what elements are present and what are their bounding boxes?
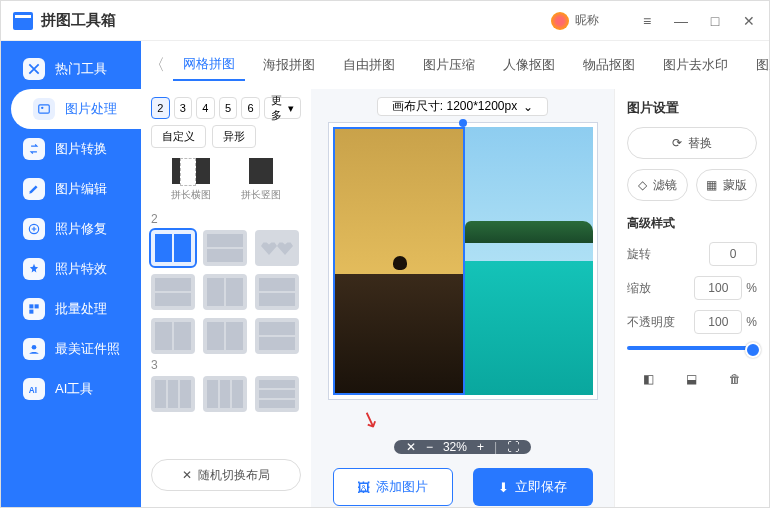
batch-icon [23,298,45,320]
tab-portrait-cutout[interactable]: 人像抠图 [493,50,565,80]
top-tabs: 〈 网格拼图 海报拼图 自由拼图 图片压缩 人像抠图 物品抠图 图片去水印 图片… [141,41,769,89]
flip-vertical-icon[interactable]: ⬓ [681,368,703,390]
stitch-horizontal[interactable]: 拼长横图 [171,158,211,202]
scale-value[interactable]: 100 [694,276,742,300]
sidebar-item-label: 图片转换 [55,140,107,158]
more-label: 更多 [271,93,288,123]
canvas-pane-left[interactable] [333,127,465,395]
layout-item[interactable] [151,376,195,412]
rotate-value[interactable]: 0 [709,242,757,266]
sidebar-item-ai[interactable]: AIAI工具 [1,369,141,409]
canvas-size-selector[interactable]: 画布尺寸: 1200*1200px⌄ [377,97,548,116]
chevron-down-icon: ▾ [288,102,294,115]
layout-hearts[interactable] [255,230,299,266]
sidebar-item-label: 最美证件照 [55,340,120,358]
sidebar-item-label: AI工具 [55,380,93,398]
svg-text:AI: AI [29,386,37,395]
titlebar: 拼图工具箱 昵称 ≡ — □ ✕ [1,1,769,41]
layout-item[interactable] [255,376,299,412]
menu-button[interactable]: ≡ [639,13,655,29]
count-more-button[interactable]: 更多 ▾ [264,97,301,119]
tab-free-collage[interactable]: 自由拼图 [333,50,405,80]
image-settings-title: 图片设置 [627,99,757,117]
collage-canvas[interactable] [333,127,593,395]
chip-custom[interactable]: 自定义 [151,125,206,148]
save-now-button[interactable]: ⬇立即保存 [473,468,593,506]
zoom-toolbar: ✕ − 32% + | ⛶ [394,440,531,454]
opacity-value[interactable]: 100 [694,310,742,334]
layout-item[interactable] [151,318,195,354]
replace-label: 替换 [688,135,712,152]
svg-rect-3 [29,304,33,308]
layout-item[interactable] [255,274,299,310]
filter-icon: ◇ [638,178,647,192]
layout-2h[interactable] [203,230,247,266]
layout-item[interactable] [203,318,247,354]
opacity-label: 不透明度 [627,314,675,331]
tab-grid-collage[interactable]: 网格拼图 [173,49,245,81]
svg-rect-5 [29,310,33,314]
sidebar-item-effect[interactable]: 照片特效 [1,249,141,289]
minimize-button[interactable]: — [673,13,689,29]
close-button[interactable]: ✕ [741,13,757,29]
sidebar-item-label: 照片修复 [55,220,107,238]
sidebar-item-idphoto[interactable]: 最美证件照 [1,329,141,369]
sidebar-item-label: 照片特效 [55,260,107,278]
count-5-button[interactable]: 5 [219,97,238,119]
canvas-pane-right[interactable] [465,127,593,395]
tab-back-button[interactable]: 〈 [149,55,165,76]
opacity-slider[interactable] [627,346,757,350]
layout-item[interactable] [255,318,299,354]
layout-item[interactable] [203,376,247,412]
stitch-v-icon [249,158,273,184]
sidebar-item-edit[interactable]: 图片编辑 [1,169,141,209]
flip-horizontal-icon[interactable]: ◧ [638,368,660,390]
svg-rect-0 [39,105,50,113]
tab-remove-watermark[interactable]: 图片去水印 [653,50,738,80]
canvas-wrap: ↘ [328,122,598,400]
sidebar-item-label: 图片处理 [65,100,117,118]
tab-add-watermark[interactable]: 图片加水 [746,50,770,80]
count-2-button[interactable]: 2 [151,97,170,119]
stitch-h-icon [172,158,210,184]
count-3-button[interactable]: 3 [174,97,193,119]
right-panel: 图片设置 ⟳替换 ◇滤镜 ▦蒙版 高级样式 旋转0 缩放100% 不透明度100… [614,89,769,507]
stitch-vertical[interactable]: 拼长竖图 [241,158,281,202]
sidebar-item-hot[interactable]: 热门工具 [1,49,141,89]
zoom-in-button[interactable]: + [477,440,484,454]
chevron-down-icon: ⌄ [523,100,533,114]
svg-point-6 [32,345,37,350]
resize-handle-top[interactable] [459,119,467,127]
edit-icon [23,178,45,200]
chip-irregular[interactable]: 异形 [212,125,256,148]
layout-2v[interactable] [151,230,195,266]
sidebar-item-convert[interactable]: 图片转换 [1,129,141,169]
sidebar-item-batch[interactable]: 批量处理 [1,289,141,329]
replace-button[interactable]: ⟳替换 [627,127,757,159]
add-image-label: 添加图片 [376,478,428,496]
canvas-size-label: 画布尺寸: 1200*1200px [392,98,517,115]
zoom-out-button[interactable]: − [426,440,433,454]
tab-compress[interactable]: 图片压缩 [413,50,485,80]
section-3-label: 3 [151,358,301,372]
sidebar-item-image-process[interactable]: 图片处理 [11,89,141,129]
convert-icon [23,138,45,160]
layout-item[interactable] [151,274,195,310]
add-image-button[interactable]: 🖼添加图片 [333,468,453,506]
layout-item[interactable] [203,274,247,310]
percent-label: % [746,315,757,329]
fit-icon[interactable]: ✕ [406,440,416,454]
delete-icon[interactable]: 🗑 [724,368,746,390]
shuffle-layout-button[interactable]: ✕随机切换布局 [151,459,301,491]
maximize-button[interactable]: □ [707,13,723,29]
user-area[interactable]: 昵称 [551,12,599,30]
count-6-button[interactable]: 6 [241,97,260,119]
count-4-button[interactable]: 4 [196,97,215,119]
filter-button[interactable]: ◇滤镜 [627,169,688,201]
save-now-label: 立即保存 [515,478,567,496]
actual-size-button[interactable]: ⛶ [507,440,519,454]
tab-poster-collage[interactable]: 海报拼图 [253,50,325,80]
tab-object-cutout[interactable]: 物品抠图 [573,50,645,80]
sidebar-item-repair[interactable]: 照片修复 [1,209,141,249]
mask-button[interactable]: ▦蒙版 [696,169,757,201]
